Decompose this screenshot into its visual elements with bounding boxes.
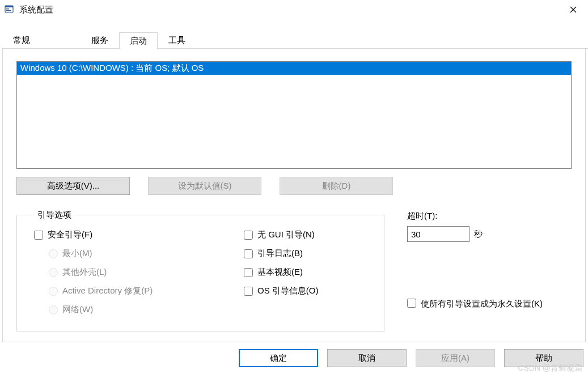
boot-options-legend: 引导选项 [34, 210, 75, 220]
msconfig-icon [5, 5, 15, 15]
safe-boot-input[interactable] [34, 231, 43, 240]
safe-boot-network-radio: 网络(W) [49, 304, 210, 315]
safe-boot-altshell-radio: 其他外壳(L) [49, 267, 210, 278]
safe-boot-adrepair-radio: Active Directory 修复(P) [49, 286, 210, 296]
close-button[interactable] [561, 1, 586, 18]
svg-rect-1 [5, 6, 13, 7]
delete-button: 删除(D) [280, 177, 393, 195]
tab-services[interactable]: 服务 [81, 32, 119, 49]
close-icon [570, 6, 577, 13]
boot-log-checkbox[interactable]: 引导日志(B) [244, 248, 319, 259]
os-boot-info-checkbox[interactable]: OS 引导信息(O) [244, 286, 319, 296]
tab-tools[interactable]: 工具 [158, 32, 196, 49]
no-gui-boot-checkbox[interactable]: 无 GUI 引导(N) [244, 229, 319, 240]
safe-boot-minimal-radio: 最小(M) [49, 248, 210, 259]
cancel-button[interactable]: 取消 [327, 349, 407, 367]
svg-rect-2 [6, 8, 9, 10]
ok-button[interactable]: 确定 [239, 349, 318, 367]
apply-button: 应用(A) [416, 349, 495, 367]
boot-options-group: 引导选项 安全引导(F) 最小(M) 其他外壳(L) [16, 210, 384, 331]
tab-strip: 常规 服务 启动 工具 [2, 32, 588, 49]
timeout-label: 超时(T): [407, 211, 572, 222]
make-permanent-checkbox[interactable]: 使所有引导设置成为永久设置(K) [407, 299, 572, 309]
svg-rect-3 [6, 10, 11, 11]
boot-entry[interactable]: Windows 10 (C:\WINDOWS) : 当前 OS; 默认 OS [17, 62, 571, 75]
tab-startup[interactable]: 启动 [119, 32, 158, 49]
help-button[interactable]: 帮助 [504, 349, 583, 367]
advanced-options-button[interactable]: 高级选项(V)... [16, 177, 130, 195]
tab-general[interactable]: 常规 [2, 32, 41, 49]
title-bar: 系统配置 [0, 0, 588, 19]
base-video-checkbox[interactable]: 基本视频(E) [244, 267, 319, 278]
tab-content: Windows 10 (C:\WINDOWS) : 当前 OS; 默认 OS 高… [2, 49, 586, 342]
safe-boot-checkbox[interactable]: 安全引导(F) [34, 229, 210, 240]
timeout-unit: 秒 [474, 229, 483, 240]
set-default-button: 设为默认值(S) [148, 177, 261, 195]
boot-entries-listbox[interactable]: Windows 10 (C:\WINDOWS) : 当前 OS; 默认 OS [16, 61, 572, 169]
timeout-input[interactable] [407, 226, 469, 242]
timeout-panel: 超时(T): 秒 使所有引导设置成为永久设置(K) [407, 210, 572, 309]
window-title: 系统配置 [19, 5, 53, 15]
dialog-button-row: 确定 取消 应用(A) 帮助 [0, 349, 583, 367]
